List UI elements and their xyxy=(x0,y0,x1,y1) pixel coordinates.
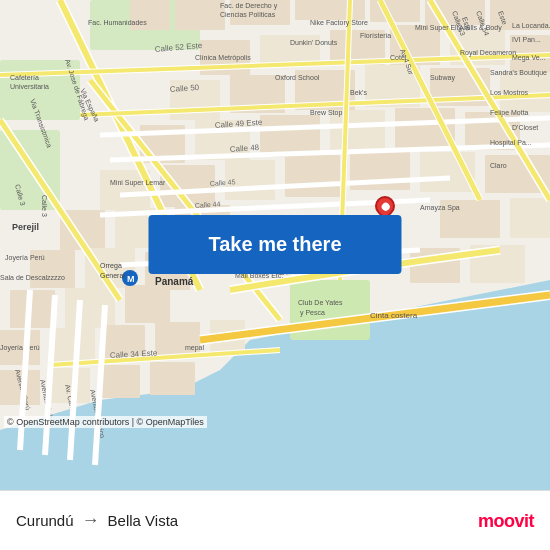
svg-text:Fac. de Derecho y: Fac. de Derecho y xyxy=(220,2,278,10)
svg-text:Calle 3: Calle 3 xyxy=(41,195,48,217)
svg-text:IVI Pan...: IVI Pan... xyxy=(512,36,541,43)
route-from: Curundú xyxy=(16,512,74,529)
svg-text:y Pesca: y Pesca xyxy=(300,309,325,317)
svg-text:Subway: Subway xyxy=(430,74,455,82)
svg-text:Mini Super Lemar: Mini Super Lemar xyxy=(110,179,166,187)
svg-text:Universitaria: Universitaria xyxy=(10,83,49,90)
svg-text:D'Closet: D'Closet xyxy=(512,124,538,131)
svg-rect-42 xyxy=(510,198,550,238)
svg-text:M: M xyxy=(127,274,135,284)
svg-text:Ciencias Políticas: Ciencias Políticas xyxy=(220,11,276,18)
svg-rect-50 xyxy=(125,285,170,323)
svg-text:La Locanda...: La Locanda... xyxy=(512,22,550,29)
route-to: Bella Vista xyxy=(108,512,179,529)
svg-rect-54 xyxy=(155,322,200,357)
svg-text:Mini Super Elly: Mini Super Elly xyxy=(415,24,462,32)
svg-text:Joyería Perú: Joyería Perú xyxy=(5,254,45,262)
svg-text:Hospital Pa...: Hospital Pa... xyxy=(490,139,532,147)
svg-text:Florísteria: Florísteria xyxy=(360,32,391,39)
bottom-bar: Curundú → Bella Vista moovit xyxy=(0,490,550,550)
map-container[interactable]: Calle 52 Este Calle 50 Calle 49 Este Cal… xyxy=(0,0,550,490)
svg-rect-7 xyxy=(175,0,225,30)
svg-text:Bek's: Bek's xyxy=(350,89,367,96)
svg-text:Dunkin' Donuts: Dunkin' Donuts xyxy=(290,39,338,46)
svg-text:Club De Yates: Club De Yates xyxy=(298,299,343,306)
svg-text:Nike Factory Store: Nike Factory Store xyxy=(310,19,368,27)
svg-text:Felipe Motta: Felipe Motta xyxy=(490,109,529,117)
svg-text:Amayza Spa: Amayza Spa xyxy=(420,204,460,212)
svg-rect-9 xyxy=(295,0,365,20)
svg-rect-34 xyxy=(285,155,340,197)
pin-dot xyxy=(380,201,391,212)
svg-rect-58 xyxy=(100,365,140,398)
svg-text:Los Mostros: Los Mostros xyxy=(490,89,529,96)
map-attribution: © OpenStreetMap contributors | © OpenMap… xyxy=(4,416,207,428)
svg-text:Cafetería: Cafetería xyxy=(10,74,39,81)
svg-text:Oxford School: Oxford School xyxy=(275,74,320,81)
moovit-brand-text: moovit xyxy=(478,510,534,531)
svg-text:Orrega: Orrega xyxy=(100,262,122,270)
svg-rect-59 xyxy=(150,362,195,395)
svg-text:Sala de Descalzzzzo: Sala de Descalzzzzo xyxy=(0,274,65,281)
svg-text:Clínica Metrópolis: Clínica Metrópolis xyxy=(195,54,251,62)
svg-text:Cotel: Cotel xyxy=(390,54,407,61)
svg-rect-52 xyxy=(50,328,95,364)
svg-text:Sandra's Boutique: Sandra's Boutique xyxy=(490,69,547,77)
svg-text:mepal: mepal xyxy=(185,344,205,352)
svg-text:Joyería Perú: Joyería Perú xyxy=(0,344,40,352)
svg-rect-10 xyxy=(370,0,420,22)
svg-text:Claro: Claro xyxy=(490,162,507,169)
take-me-there-button[interactable]: Take me there xyxy=(148,215,401,274)
svg-text:Cinta costera: Cinta costera xyxy=(370,311,418,320)
svg-text:Royal Decameron: Royal Decameron xyxy=(460,49,516,57)
route-arrow-icon: → xyxy=(82,510,100,531)
svg-rect-28 xyxy=(330,110,385,150)
moovit-logo: moovit xyxy=(478,510,534,531)
svg-text:Perejil: Perejil xyxy=(12,222,39,232)
svg-text:Brew Stop: Brew Stop xyxy=(310,109,342,117)
svg-text:Fac. Humanidades: Fac. Humanidades xyxy=(88,19,147,26)
svg-text:General: General xyxy=(100,272,125,279)
svg-text:Panamá: Panamá xyxy=(155,276,194,287)
svg-text:Mega Ve...: Mega Ve... xyxy=(512,54,546,62)
